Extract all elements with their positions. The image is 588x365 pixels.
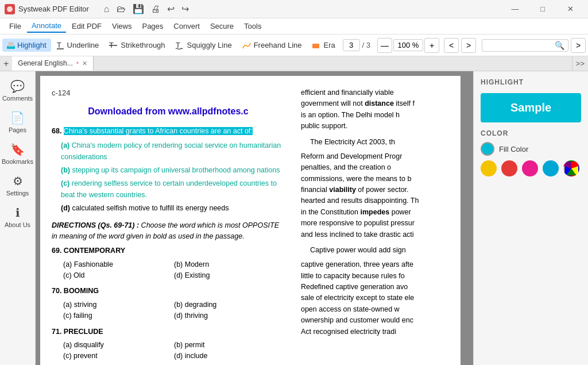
- q68-num: 68.: [52, 127, 64, 135]
- redo-button[interactable]: ↪: [179, 2, 191, 16]
- svg-text:T: T: [57, 41, 61, 49]
- zoom-in-button[interactable]: +: [424, 38, 439, 53]
- sidebar-label-settings: Settings: [6, 190, 29, 197]
- save-button[interactable]: 💾: [130, 2, 146, 16]
- color-pink[interactable]: [522, 160, 538, 176]
- sidebar-item-aboutus[interactable]: ℹ About Us: [2, 202, 34, 232]
- tabs-left: + General English... • ✕: [0, 56, 572, 71]
- eraser-tool[interactable]: Era: [307, 39, 339, 52]
- sidebar-label-pages: Pages: [9, 126, 26, 133]
- folder-button[interactable]: 🗁: [114, 3, 128, 16]
- strikethrough-tool[interactable]: T Strikethrough: [105, 39, 169, 52]
- right-panel: HIGHLIGHT Sample COLOR Fill Color: [473, 71, 588, 365]
- freehand-icon: [242, 41, 252, 49]
- fill-color-row: Fill Color: [481, 142, 581, 156]
- maximize-button[interactable]: □: [529, 0, 556, 18]
- total-pages: / 3: [362, 41, 370, 49]
- doc-right-page: efficient and financially viable governm…: [294, 76, 461, 365]
- page-number-input[interactable]: [343, 39, 360, 51]
- menu-secure[interactable]: Secure: [206, 20, 238, 32]
- search-button[interactable]: 🔍: [555, 41, 564, 50]
- q68-option-d: (d) calculated selfish motive to fulfill…: [61, 203, 285, 214]
- menu-annotate[interactable]: Annotate: [27, 20, 66, 33]
- nav-prev-button[interactable]: <: [444, 38, 459, 53]
- underline-tool[interactable]: T Underline: [52, 39, 104, 52]
- sidebar-item-bookmarks[interactable]: 🔖 Bookmarks: [2, 139, 34, 168]
- q69-options: (a) Fashionable (b) Modern (c) Old (d) E…: [63, 259, 285, 282]
- question-70: 70. BOOMING: [52, 286, 285, 297]
- tabs-more-button[interactable]: >>: [572, 56, 588, 71]
- svg-rect-8: [312, 44, 319, 48]
- q68-option-a: (a) China's modern policy of rendering s…: [61, 140, 285, 163]
- highlight-tool[interactable]: Highlight: [2, 39, 51, 52]
- menu-file[interactable]: File: [5, 20, 26, 32]
- menu-views[interactable]: Views: [107, 20, 136, 32]
- aboutus-icon: ℹ: [16, 206, 20, 220]
- squiggly-line-tool[interactable]: T Squiggly Line: [171, 39, 237, 52]
- page-ref: c-124: [52, 87, 285, 99]
- main-area: 💬 Comments 📄 Pages 🔖 Bookmarks ⚙ Setting…: [0, 71, 588, 365]
- minimize-button[interactable]: —: [502, 0, 528, 18]
- sidebar-item-pages[interactable]: 📄 Pages: [2, 107, 34, 137]
- q70-options: (a) striving (b) degrading (c) failing (…: [63, 299, 285, 322]
- sidebar-label-aboutus: About Us: [5, 221, 30, 228]
- menu-convert[interactable]: Convert: [169, 20, 204, 32]
- undo-button[interactable]: ↩: [165, 2, 177, 16]
- sidebar-item-settings[interactable]: ⚙ Settings: [2, 171, 34, 200]
- q68-option-c: (c) rendering selfless service to certai…: [61, 178, 285, 201]
- zoom-input[interactable]: [393, 39, 423, 51]
- app-title: Systweak PDF Editor: [18, 5, 89, 13]
- content-wrapper: + General English... • ✕ >> 💬 Comments 📄…: [0, 56, 588, 365]
- strikethrough-icon: T: [109, 41, 118, 49]
- nav-next-button[interactable]: >: [461, 38, 476, 53]
- squiggly-icon: T: [176, 41, 185, 49]
- tab-general-english[interactable]: General English... • ✕: [12, 56, 94, 71]
- tab-close-button[interactable]: ✕: [82, 60, 87, 67]
- sidebar-item-comments[interactable]: 💬 Comments: [2, 76, 34, 105]
- window-controls: — □ ✕: [502, 0, 583, 18]
- zoom-control: — +: [377, 38, 439, 53]
- color-yellow[interactable]: [481, 160, 497, 176]
- menu-tools[interactable]: Tools: [239, 20, 266, 32]
- svg-point-0: [7, 6, 13, 12]
- home-button[interactable]: ⌂: [102, 3, 112, 16]
- menu-editpdf[interactable]: Edit PDF: [67, 20, 106, 32]
- print-button[interactable]: 🖨: [149, 3, 163, 16]
- fill-color-swatch[interactable]: [481, 142, 494, 156]
- bookmarks-icon: 🔖: [10, 143, 25, 156]
- pages-icon: 📄: [10, 111, 25, 125]
- sample-box[interactable]: Sample: [481, 93, 581, 122]
- color-red[interactable]: [501, 160, 517, 176]
- comments-icon: 💬: [10, 79, 25, 93]
- fill-color-label: Fill Color: [499, 145, 528, 153]
- color-blue[interactable]: [543, 160, 559, 176]
- panel-title: HIGHLIGHT: [481, 78, 581, 86]
- svg-rect-2: [8, 42, 14, 47]
- color-title: COLOR: [481, 129, 581, 137]
- tabs-bar: + General English... • ✕ >>: [0, 56, 588, 71]
- doc-left-page: c-124 Downloaded from www.allpdfnotes.c …: [40, 76, 294, 365]
- annotation-toolbar: Highlight T Underline T Strikethrough T …: [0, 34, 588, 56]
- menu-pages[interactable]: Pages: [137, 20, 168, 32]
- search-input[interactable]: [486, 41, 555, 49]
- tab-dot: •: [76, 59, 79, 67]
- search-next-button[interactable]: >: [571, 38, 586, 53]
- nav-buttons: ⌂ 🗁 💾 🖨 ↩ ↪: [102, 2, 191, 16]
- page-navigation: / 3: [343, 39, 370, 51]
- sidebar-label-bookmarks: Bookmarks: [2, 158, 33, 165]
- document-area: c-124 Downloaded from www.allpdfnotes.c …: [36, 71, 473, 365]
- app-logo: [5, 4, 15, 14]
- document-scroll[interactable]: c-124 Downloaded from www.allpdfnotes.c …: [36, 71, 473, 365]
- color-palette: [481, 160, 581, 176]
- tab-add-button[interactable]: +: [0, 56, 12, 71]
- close-button[interactable]: ✕: [557, 0, 583, 18]
- eraser-icon: [312, 41, 321, 49]
- zoom-out-button[interactable]: —: [377, 38, 392, 53]
- menu-bar: File Annotate Edit PDF Views Pages Conve…: [0, 18, 588, 34]
- freehand-line-tool[interactable]: Freehand Line: [238, 39, 307, 52]
- color-multi[interactable]: [563, 160, 579, 176]
- color-section: COLOR Fill Color: [481, 129, 581, 176]
- highlight-icon: [7, 41, 15, 49]
- search-box: 🔍: [482, 39, 568, 52]
- directions-69-71: DIRECTIONS (Qs. 69-71) : Choose the word…: [52, 220, 285, 243]
